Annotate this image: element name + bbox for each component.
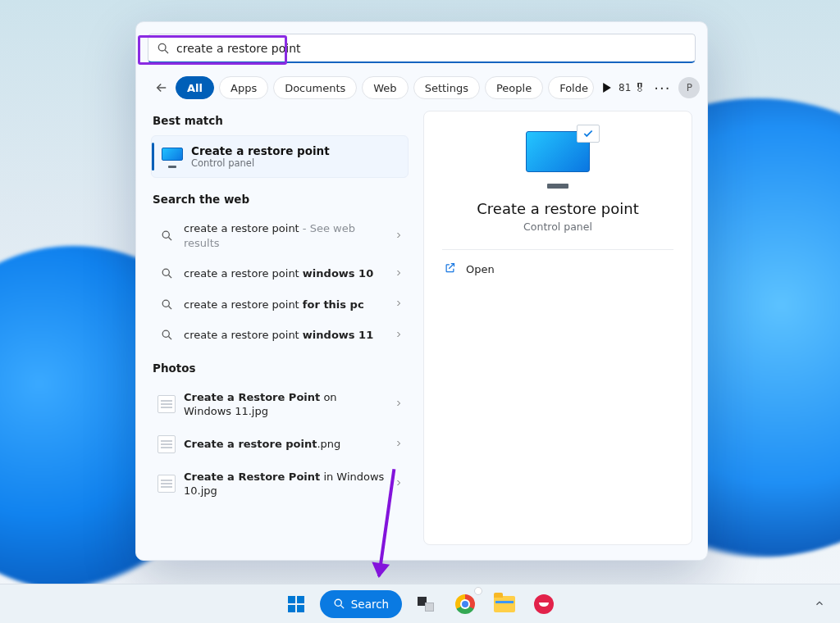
divider <box>442 249 673 250</box>
chrome-button[interactable] <box>450 589 481 620</box>
svg-point-2 <box>162 231 169 238</box>
back-button[interactable] <box>154 78 169 98</box>
open-action[interactable]: Open <box>442 255 673 284</box>
file-explorer-button[interactable] <box>489 589 520 620</box>
photo-result[interactable]: Create a Restore Point on Windows 11.jpg <box>151 383 409 426</box>
circle-app-icon <box>534 594 554 614</box>
search-icon <box>157 42 170 55</box>
search-icon <box>158 230 176 242</box>
search-icon <box>158 329 176 341</box>
web-result-text: create a restore point for this pc <box>184 298 386 312</box>
search-input[interactable] <box>176 42 687 55</box>
task-view-icon <box>418 597 434 612</box>
svg-point-8 <box>162 331 169 338</box>
detail-subtitle: Control panel <box>523 221 592 233</box>
search-box[interactable] <box>148 34 696 63</box>
account-avatar[interactable]: P <box>678 77 700 98</box>
start-search-panel: All Apps Documents Web Settings People F… <box>135 21 708 561</box>
photo-result[interactable]: Create a restore point.png <box>151 428 409 461</box>
svg-point-10 <box>335 599 341 606</box>
app-button[interactable] <box>528 589 559 620</box>
image-thumb-icon <box>158 475 176 493</box>
svg-line-3 <box>168 238 171 241</box>
tab-documents[interactable]: Documents <box>273 76 357 99</box>
section-best-match: Best match <box>153 114 407 127</box>
photo-result-text: Create a restore point.png <box>184 437 386 452</box>
svg-line-11 <box>340 605 344 608</box>
checkmark-icon <box>577 125 600 143</box>
open-icon <box>444 261 456 277</box>
more-button[interactable]: ··· <box>654 80 670 97</box>
open-label: Open <box>466 263 495 275</box>
web-result[interactable]: create a restore point for this pc <box>151 290 409 320</box>
chrome-icon <box>455 594 475 614</box>
chevron-right-icon <box>394 438 404 451</box>
chevron-right-icon <box>394 329 404 342</box>
windows-logo-icon <box>288 596 304 612</box>
tab-all[interactable]: All <box>176 76 214 99</box>
folder-icon <box>494 596 515 612</box>
rewards-points[interactable]: 81🎖 <box>619 81 646 94</box>
medal-icon: 🎖 <box>634 81 646 94</box>
section-search-web: Search the web <box>153 193 407 206</box>
best-match-subtitle: Control panel <box>191 157 330 169</box>
tray-chevron-icon[interactable] <box>814 598 825 612</box>
tab-people[interactable]: People <box>485 76 543 99</box>
photo-result-text: Create a Restore Point in Windows 10.jpg <box>184 470 386 498</box>
monitor-icon <box>526 131 590 184</box>
tab-web[interactable]: Web <box>362 76 408 99</box>
web-result[interactable]: create a restore point windows 10 <box>151 259 409 289</box>
svg-point-6 <box>162 300 169 307</box>
svg-line-9 <box>168 337 171 340</box>
tabs-overflow-button[interactable] <box>602 76 612 99</box>
web-result[interactable]: create a restore point windows 11 <box>151 321 409 350</box>
web-result[interactable]: create a restore point - See web results <box>151 214 409 257</box>
web-result-text: create a restore point windows 11 <box>184 328 386 343</box>
taskbar-search-button[interactable]: Search <box>320 590 402 618</box>
image-thumb-icon <box>158 395 176 413</box>
badge-icon <box>474 587 482 595</box>
taskbar-search-label: Search <box>351 598 389 611</box>
result-detail-pane: Create a restore point Control panel Ope… <box>423 111 692 545</box>
taskbar: Search <box>0 584 840 623</box>
svg-point-4 <box>162 270 169 276</box>
tab-folders[interactable]: Folde <box>548 76 594 99</box>
best-match-result[interactable]: Create a restore point Control panel <box>151 135 409 178</box>
detail-title: Create a restore point <box>477 200 639 217</box>
monitor-icon <box>162 148 183 166</box>
chevron-right-icon <box>394 477 404 490</box>
photo-result-text: Create a Restore Point on Windows 11.jpg <box>184 390 386 419</box>
svg-point-0 <box>158 43 166 51</box>
start-button[interactable] <box>281 589 312 620</box>
section-photos: Photos <box>153 362 407 375</box>
svg-line-7 <box>168 306 171 309</box>
svg-line-5 <box>168 275 171 279</box>
chevron-right-icon <box>394 398 404 411</box>
task-view-button[interactable] <box>410 589 441 620</box>
search-icon <box>158 298 176 311</box>
chevron-right-icon <box>394 267 404 280</box>
filter-toolbar: All Apps Documents Web Settings People F… <box>136 71 707 111</box>
tab-settings[interactable]: Settings <box>413 76 480 99</box>
chevron-right-icon <box>394 230 404 243</box>
web-result-text: create a restore point windows 10 <box>184 266 386 281</box>
web-result-text: create a restore point - See web results <box>184 221 386 250</box>
best-match-title: Create a restore point <box>191 144 330 157</box>
tab-apps[interactable]: Apps <box>219 76 268 99</box>
search-icon <box>158 267 176 280</box>
chevron-right-icon <box>394 298 404 311</box>
svg-line-1 <box>165 50 168 53</box>
image-thumb-icon <box>158 435 176 453</box>
photo-result[interactable]: Create a Restore Point in Windows 10.jpg <box>151 462 409 506</box>
